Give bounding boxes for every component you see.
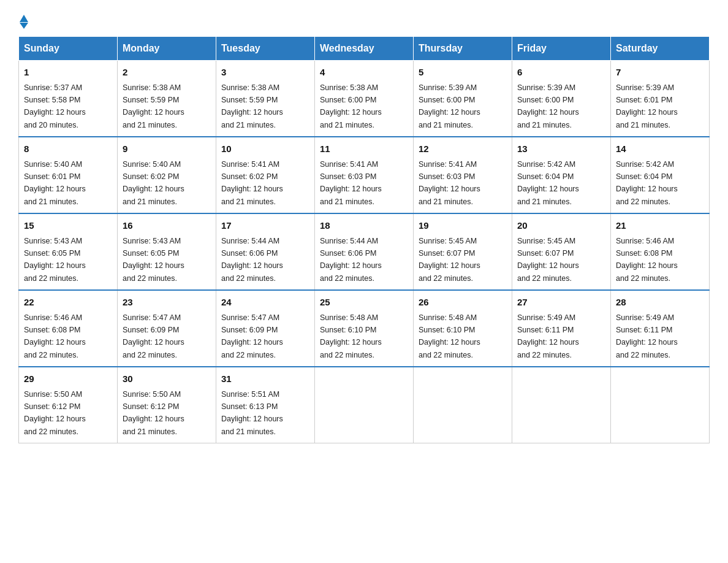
calendar-cell: 11 Sunrise: 5:41 AMSunset: 6:03 PMDaylig… [315,137,414,213]
day-info: Sunrise: 5:45 AMSunset: 6:07 PMDaylight:… [517,237,579,283]
day-number: 17 [221,219,309,233]
day-number: 28 [616,296,704,310]
calendar-cell: 26 Sunrise: 5:48 AMSunset: 6:10 PMDaylig… [414,290,512,367]
day-number: 18 [320,219,408,233]
day-number: 25 [320,296,408,310]
week-row-2: 8 Sunrise: 5:40 AMSunset: 6:01 PMDayligh… [19,137,710,213]
calendar-cell: 4 Sunrise: 5:38 AMSunset: 6:00 PMDayligh… [315,61,414,137]
day-number: 31 [221,372,309,386]
calendar-cell: 7 Sunrise: 5:39 AMSunset: 6:01 PMDayligh… [611,61,710,137]
day-info: Sunrise: 5:44 AMSunset: 6:06 PMDaylight:… [221,237,283,283]
day-info: Sunrise: 5:45 AMSunset: 6:07 PMDaylight:… [419,237,480,283]
weekday-header-sunday: Sunday [19,37,118,61]
calendar-cell: 15 Sunrise: 5:43 AMSunset: 6:05 PMDaylig… [19,213,118,290]
day-info: Sunrise: 5:48 AMSunset: 6:10 PMDaylight:… [320,313,382,359]
calendar-cell: 20 Sunrise: 5:45 AMSunset: 6:07 PMDaylig… [512,213,611,290]
day-number: 21 [616,219,704,233]
calendar-cell: 23 Sunrise: 5:47 AMSunset: 6:09 PMDaylig… [118,290,216,367]
week-row-1: 1 Sunrise: 5:37 AMSunset: 5:58 PMDayligh… [19,61,710,137]
calendar-cell: 6 Sunrise: 5:39 AMSunset: 6:00 PMDayligh… [512,61,611,137]
day-number: 22 [24,296,112,310]
calendar-cell: 28 Sunrise: 5:49 AMSunset: 6:11 PMDaylig… [611,290,710,367]
day-info: Sunrise: 5:43 AMSunset: 6:05 PMDaylight:… [24,237,86,283]
day-info: Sunrise: 5:38 AMSunset: 5:59 PMDaylight:… [123,83,184,129]
day-number: 11 [320,142,408,156]
day-info: Sunrise: 5:37 AMSunset: 5:58 PMDaylight:… [24,83,86,129]
day-number: 15 [24,219,112,233]
day-number: 27 [517,296,605,310]
day-info: Sunrise: 5:47 AMSunset: 6:09 PMDaylight:… [221,313,283,359]
weekday-header-saturday: Saturday [611,37,710,61]
calendar-cell: 25 Sunrise: 5:48 AMSunset: 6:10 PMDaylig… [315,290,414,367]
weekday-header-friday: Friday [512,37,611,61]
day-info: Sunrise: 5:42 AMSunset: 6:04 PMDaylight:… [517,160,579,206]
day-info: Sunrise: 5:39 AMSunset: 6:00 PMDaylight:… [517,83,579,129]
day-number: 10 [221,142,309,156]
day-number: 23 [123,296,211,310]
calendar-cell: 3 Sunrise: 5:38 AMSunset: 5:59 PMDayligh… [216,61,315,137]
weekday-header-monday: Monday [118,37,216,61]
day-info: Sunrise: 5:39 AMSunset: 6:01 PMDaylight:… [616,83,678,129]
calendar-cell: 10 Sunrise: 5:41 AMSunset: 6:02 PMDaylig… [216,137,315,213]
week-row-5: 29 Sunrise: 5:50 AMSunset: 6:12 PMDaylig… [19,367,710,443]
day-number: 4 [320,66,408,80]
calendar-cell: 5 Sunrise: 5:39 AMSunset: 6:00 PMDayligh… [414,61,512,137]
calendar-cell [611,367,710,443]
day-number: 13 [517,142,605,156]
calendar-cell [414,367,512,443]
day-info: Sunrise: 5:44 AMSunset: 6:06 PMDaylight:… [320,237,382,283]
calendar-table: SundayMondayTuesdayWednesdayThursdayFrid… [18,36,710,443]
day-number: 3 [221,66,309,80]
week-row-3: 15 Sunrise: 5:43 AMSunset: 6:05 PMDaylig… [19,213,710,290]
day-info: Sunrise: 5:39 AMSunset: 6:00 PMDaylight:… [419,83,480,129]
day-number: 16 [123,219,211,233]
day-info: Sunrise: 5:43 AMSunset: 6:05 PMDaylight:… [123,237,184,283]
calendar-cell: 21 Sunrise: 5:46 AMSunset: 6:08 PMDaylig… [611,213,710,290]
day-info: Sunrise: 5:50 AMSunset: 6:12 PMDaylight:… [24,390,86,436]
weekday-header-row: SundayMondayTuesdayWednesdayThursdayFrid… [19,37,710,61]
calendar-cell [512,367,611,443]
day-number: 6 [517,66,605,80]
day-number: 9 [123,142,211,156]
calendar-cell: 27 Sunrise: 5:49 AMSunset: 6:11 PMDaylig… [512,290,611,367]
calendar-cell: 16 Sunrise: 5:43 AMSunset: 6:05 PMDaylig… [118,213,216,290]
day-info: Sunrise: 5:50 AMSunset: 6:12 PMDaylight:… [123,390,184,436]
day-info: Sunrise: 5:49 AMSunset: 6:11 PMDaylight:… [616,313,678,359]
day-info: Sunrise: 5:46 AMSunset: 6:08 PMDaylight:… [616,237,678,283]
day-number: 8 [24,142,112,156]
calendar-cell [315,367,414,443]
day-info: Sunrise: 5:46 AMSunset: 6:08 PMDaylight:… [24,313,86,359]
calendar-cell: 29 Sunrise: 5:50 AMSunset: 6:12 PMDaylig… [19,367,118,443]
day-info: Sunrise: 5:38 AMSunset: 6:00 PMDaylight:… [320,83,382,129]
calendar-cell: 13 Sunrise: 5:42 AMSunset: 6:04 PMDaylig… [512,137,611,213]
weekday-header-wednesday: Wednesday [315,37,414,61]
day-info: Sunrise: 5:51 AMSunset: 6:13 PMDaylight:… [221,390,283,436]
calendar-cell: 14 Sunrise: 5:42 AMSunset: 6:04 PMDaylig… [611,137,710,213]
week-row-4: 22 Sunrise: 5:46 AMSunset: 6:08 PMDaylig… [19,290,710,367]
calendar-cell: 22 Sunrise: 5:46 AMSunset: 6:08 PMDaylig… [19,290,118,367]
day-info: Sunrise: 5:47 AMSunset: 6:09 PMDaylight:… [123,313,184,359]
day-number: 20 [517,219,605,233]
calendar-cell: 19 Sunrise: 5:45 AMSunset: 6:07 PMDaylig… [414,213,512,290]
weekday-header-tuesday: Tuesday [216,37,315,61]
day-info: Sunrise: 5:49 AMSunset: 6:11 PMDaylight:… [517,313,579,359]
day-number: 19 [419,219,507,233]
calendar-cell: 12 Sunrise: 5:41 AMSunset: 6:03 PMDaylig… [414,137,512,213]
day-number: 26 [419,296,507,310]
day-info: Sunrise: 5:41 AMSunset: 6:03 PMDaylight:… [419,160,480,206]
calendar-cell: 31 Sunrise: 5:51 AMSunset: 6:13 PMDaylig… [216,367,315,443]
day-info: Sunrise: 5:42 AMSunset: 6:04 PMDaylight:… [616,160,678,206]
calendar-cell: 1 Sunrise: 5:37 AMSunset: 5:58 PMDayligh… [19,61,118,137]
day-info: Sunrise: 5:41 AMSunset: 6:03 PMDaylight:… [320,160,382,206]
calendar-cell: 2 Sunrise: 5:38 AMSunset: 5:59 PMDayligh… [118,61,216,137]
day-info: Sunrise: 5:40 AMSunset: 6:01 PMDaylight:… [24,160,86,206]
calendar-cell: 8 Sunrise: 5:40 AMSunset: 6:01 PMDayligh… [19,137,118,213]
day-info: Sunrise: 5:48 AMSunset: 6:10 PMDaylight:… [419,313,480,359]
calendar-cell: 24 Sunrise: 5:47 AMSunset: 6:09 PMDaylig… [216,290,315,367]
page-header [18,12,710,24]
day-info: Sunrise: 5:40 AMSunset: 6:02 PMDaylight:… [123,160,184,206]
day-info: Sunrise: 5:38 AMSunset: 5:59 PMDaylight:… [221,83,283,129]
logo [18,12,28,24]
day-number: 2 [123,66,211,80]
day-number: 5 [419,66,507,80]
